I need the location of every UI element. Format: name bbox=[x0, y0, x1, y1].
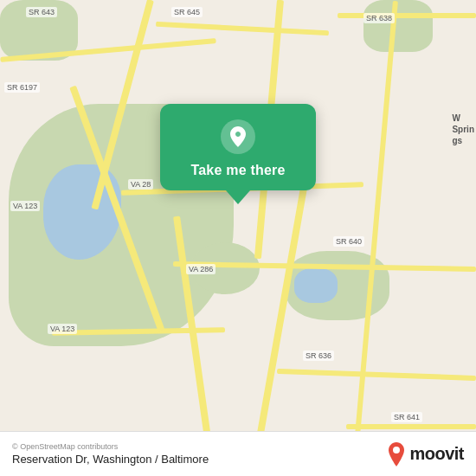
map-place-label: WSprings bbox=[452, 113, 474, 146]
copyright-text: © OpenStreetMap contributors bbox=[12, 442, 209, 451]
road-label-sr636: SR 636 bbox=[303, 351, 334, 361]
road-label-va123-1: VA 123 bbox=[10, 201, 40, 211]
popup-pointer bbox=[226, 190, 250, 204]
moovit-logo: moovit bbox=[387, 442, 464, 466]
map-container: SR 643 SR 645 SR 638 SR 6197 VA 123 VA 1… bbox=[0, 0, 476, 476]
svg-point-1 bbox=[393, 447, 400, 453]
take-me-there-button[interactable]: Take me there bbox=[190, 163, 285, 178]
road-label-va286: VA 286 bbox=[186, 264, 215, 274]
road-label-sr641: SR 641 bbox=[391, 412, 422, 422]
location-pin-icon bbox=[219, 118, 257, 156]
road-label-sr638: SR 638 bbox=[363, 13, 395, 23]
moovit-pin-icon bbox=[387, 442, 406, 466]
road-label-sr645: SR 645 bbox=[171, 7, 203, 17]
lake-2 bbox=[294, 268, 338, 303]
road-label-sr640: SR 640 bbox=[333, 236, 364, 247]
road bbox=[346, 424, 476, 429]
road-label-sr6197: SR 6197 bbox=[4, 82, 40, 93]
map-popup: Take me there bbox=[147, 104, 329, 204]
road-label-va123-2: VA 123 bbox=[48, 324, 77, 334]
green-area-top-right bbox=[363, 0, 433, 52]
bottom-left-info: © OpenStreetMap contributors Reservation… bbox=[12, 442, 209, 466]
road bbox=[338, 13, 476, 18]
popup-card: Take me there bbox=[160, 104, 316, 190]
location-text: Reservation Dr, Washington / Baltimore bbox=[12, 453, 209, 466]
road-label-sr643: SR 643 bbox=[26, 7, 57, 17]
bottom-bar: © OpenStreetMap contributors Reservation… bbox=[0, 431, 476, 476]
moovit-brand-text: moovit bbox=[409, 444, 464, 464]
